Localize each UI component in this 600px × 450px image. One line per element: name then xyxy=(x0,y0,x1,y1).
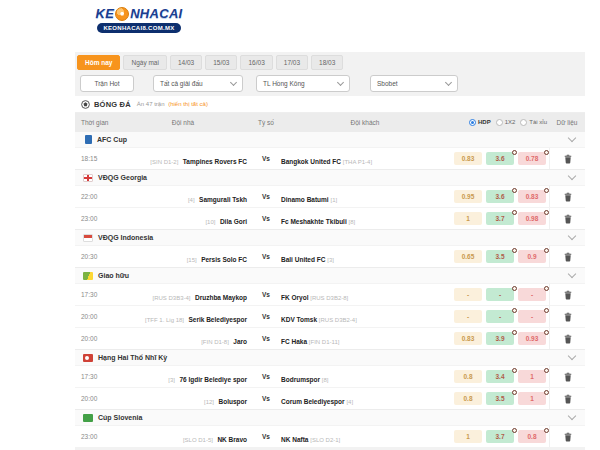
odd-line[interactable]: 3.6 xyxy=(486,152,514,165)
sport-title: BÓNG ĐÁ xyxy=(94,100,131,109)
away-team-rank: [SLO D2-1] xyxy=(310,437,340,443)
odds-type-select[interactable]: TL Hồng Kông xyxy=(256,75,350,92)
match-data-icon[interactable] xyxy=(564,312,572,322)
odd-home-hdp[interactable]: 1 xyxy=(454,430,482,443)
match-row[interactable]: 17:30 [3] 76 Igdir Belediye spor Vs Bodr… xyxy=(75,365,585,387)
league-header-row[interactable]: VĐQG Georgia xyxy=(75,169,585,185)
odd-home-hdp[interactable]: - xyxy=(454,288,482,301)
chevron-down-icon[interactable] xyxy=(568,172,576,180)
date-tab[interactable]: 15/03 xyxy=(205,55,237,70)
match-data-icon[interactable] xyxy=(564,394,572,404)
match-row[interactable]: 20:00 [TFF 1. Lig 18] Serik Belediyespor… xyxy=(75,305,585,327)
match-row[interactable]: 18:15 [SIN D1-2] Tampines Rovers FC Vs B… xyxy=(75,147,585,169)
odd-home-hdp[interactable]: - xyxy=(454,310,482,323)
league-flag-icon xyxy=(83,174,93,182)
date-tab[interactable]: 17/03 xyxy=(276,55,308,70)
odd-line[interactable]: 3.6 xyxy=(486,190,514,203)
date-tab[interactable]: 16/03 xyxy=(240,55,272,70)
odd-line[interactable]: 3.7 xyxy=(486,212,514,225)
league-flag-icon xyxy=(83,272,93,280)
vs-label: Vs xyxy=(253,313,279,320)
odd-home-hdp[interactable]: 0.65 xyxy=(454,250,482,263)
home-team-rank: [SIN D1-2] xyxy=(150,159,178,165)
odds-mode-hdp[interactable]: HDP xyxy=(469,119,491,126)
league-header-row[interactable]: AFC Cup xyxy=(75,131,585,147)
match-data-icon[interactable] xyxy=(564,432,572,442)
odd-away-hdp[interactable]: 1 xyxy=(518,370,546,383)
odd-home-hdp[interactable]: 0.8 xyxy=(454,370,482,383)
chevron-down-icon[interactable] xyxy=(568,352,576,360)
away-team-name: FC Haka xyxy=(281,338,309,345)
league-header-row[interactable]: Hạng Hai Thổ Nhĩ Kỳ xyxy=(75,349,585,365)
match-row[interactable]: 17:30 [RUS D3B3-4] Druzhba Maykop Vs FK … xyxy=(75,283,585,305)
match-time: 17:30 xyxy=(75,291,113,298)
date-tab[interactable]: 14/03 xyxy=(170,55,202,70)
chevron-down-icon[interactable] xyxy=(568,270,576,278)
league-filter-select[interactable]: Tất cả giải đấu xyxy=(153,75,243,92)
odd-home-hdp[interactable]: 0.95 xyxy=(454,190,482,203)
match-row[interactable]: 20:00 [FIN D1-8] Jaro Vs FC Haka [FIN D1… xyxy=(75,327,585,349)
odds-mode-taixiu[interactable]: Tài xỉu xyxy=(520,119,547,126)
odd-home-hdp[interactable]: 1 xyxy=(454,212,482,225)
date-tab[interactable]: Ngày mai xyxy=(123,55,166,70)
vs-label: Vs xyxy=(253,395,279,402)
date-tab[interactable]: 18/03 xyxy=(311,55,343,70)
odd-away-hdp[interactable]: - xyxy=(518,310,546,323)
odd-away-hdp[interactable]: 0.93 xyxy=(518,332,546,345)
chevron-down-icon[interactable] xyxy=(568,232,576,240)
odd-away-hdp[interactable]: 0.78 xyxy=(518,152,546,165)
match-row[interactable]: 23:00 [10] Dila Gori Vs Fc Meshakhte Tki… xyxy=(75,207,585,229)
match-row[interactable]: 20:30 [15] Persis Solo FC Vs Bali United… xyxy=(75,245,585,267)
table-header: Thời gian Đội nhà Tỷ số Đội khách HDP 1X… xyxy=(75,113,585,131)
data-cell xyxy=(549,284,585,305)
chevron-down-icon[interactable] xyxy=(568,412,576,420)
odd-away-hdp[interactable]: 0.9 xyxy=(518,250,546,263)
league-header-row[interactable]: VĐQG Indonesia xyxy=(75,229,585,245)
odd-line[interactable]: 3.9 xyxy=(486,332,514,345)
away-team-rank: [FIN D1-11] xyxy=(309,339,340,345)
league-name: AFC Cup xyxy=(97,136,127,143)
date-tab[interactable]: Hôm nay xyxy=(77,55,120,70)
league-header-row[interactable]: Giao hữu xyxy=(75,267,585,283)
hidden-count-text: Ẩn 47 trận xyxy=(137,101,165,107)
odd-away-hdp[interactable]: 0.8 xyxy=(518,430,546,443)
odd-home-hdp[interactable]: 0.8 xyxy=(454,392,482,405)
odd-line[interactable]: 3.4 xyxy=(486,370,514,383)
odd-away-hdp[interactable]: 1 xyxy=(518,392,546,405)
match-row[interactable]: 20:00 [12] Boluspor Vs Corum Belediyespo… xyxy=(75,387,585,409)
home-team-cell: [TFF 1. Lig 18] Serik Belediyespor xyxy=(113,308,253,326)
match-data-icon[interactable] xyxy=(564,334,572,344)
odd-line[interactable]: 3.5 xyxy=(486,392,514,405)
league-flag-icon xyxy=(83,354,93,362)
league-sections: AFC Cup 18:15 [SIN D1-2] Tampines Rovers… xyxy=(75,131,585,447)
odd-line[interactable]: 3.7 xyxy=(486,430,514,443)
odd-away-hdp[interactable]: - xyxy=(518,288,546,301)
away-team-cell: Dinamo Batumi [1] xyxy=(279,188,451,206)
odd-home-hdp[interactable]: 0.83 xyxy=(454,332,482,345)
brand-left: KE xyxy=(95,6,114,21)
home-team-cell: [12] Boluspor xyxy=(113,390,253,408)
chevron-down-icon[interactable] xyxy=(568,134,576,142)
odd-away-hdp[interactable]: 0.98 xyxy=(518,212,546,225)
show-all-link[interactable]: (hiển thị tất cả) xyxy=(168,101,208,107)
bookmaker-select[interactable]: Sbobet xyxy=(370,75,458,92)
league-header-row[interactable]: Cúp Slovenia xyxy=(75,409,585,425)
odd-line[interactable]: - xyxy=(486,310,514,323)
match-data-icon[interactable] xyxy=(564,192,572,202)
match-data-icon[interactable] xyxy=(564,252,572,262)
odd-line[interactable]: - xyxy=(486,288,514,301)
hot-matches-button[interactable]: Trận Hot xyxy=(80,75,134,92)
match-row[interactable]: 22:00 [4] Samgurali Tskh Vs Dinamo Batum… xyxy=(75,185,585,207)
hidden-matches-note[interactable]: Ẩn 47 trận (hiển thị tất cả) xyxy=(137,101,208,107)
match-data-icon[interactable] xyxy=(564,290,572,300)
col-data-header: Dữ liệu xyxy=(549,119,585,126)
odd-home-hdp[interactable]: 0.83 xyxy=(454,152,482,165)
match-data-icon[interactable] xyxy=(564,154,572,164)
odd-away-hdp[interactable]: 0.83 xyxy=(518,190,546,203)
match-row[interactable]: 23:00 [SLO D1-5] NK Bravo Vs NK Nafta [S… xyxy=(75,425,585,447)
site-logo[interactable]: KE NHACAI KEONHACAI8.COM.MX xyxy=(84,6,194,33)
match-data-icon[interactable] xyxy=(564,372,572,382)
odds-mode-1x2[interactable]: 1X2 xyxy=(496,119,516,126)
odd-line[interactable]: 3.5 xyxy=(486,250,514,263)
match-data-icon[interactable] xyxy=(564,214,572,224)
